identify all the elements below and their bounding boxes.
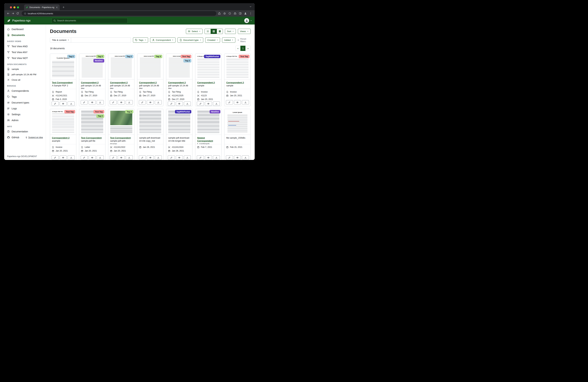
- edit-document-button[interactable]: [139, 100, 146, 104]
- sidebar-item-open-doc-sample[interactable]: sample: [4, 66, 46, 72]
- browser-profile-button[interactable]: [244, 12, 247, 15]
- tag-badge[interactable]: Test Tag: [93, 110, 104, 113]
- back-button[interactable]: [6, 11, 11, 16]
- download-document-button[interactable]: [213, 101, 220, 106]
- pagination-page-1[interactable]: 1: [240, 46, 246, 51]
- preview-document-button[interactable]: [234, 100, 241, 104]
- document-thumbnail[interactable]: A Simple PDF FileTest Tag: [224, 54, 251, 80]
- select-button[interactable]: Select: [186, 29, 203, 34]
- download-document-button[interactable]: [68, 155, 75, 160]
- window-zoom-button[interactable]: [17, 6, 19, 8]
- edit-document-button[interactable]: [81, 155, 88, 160]
- correspondent-link[interactable]: Correspondent 2: [52, 137, 69, 139]
- close-all-button[interactable]: Close all: [4, 77, 46, 82]
- sidebar-item-github[interactable]: GitHub Suggest an idea: [4, 134, 46, 140]
- sidebar-item-admin[interactable]: Admin: [4, 117, 46, 123]
- preview-document-button[interactable]: [60, 101, 67, 106]
- document-thumbnail[interactable]: Adobe Acrobat PDF FilesTag 2: [108, 54, 134, 80]
- tag-badge[interactable]: Tag 2: [125, 55, 133, 58]
- tag-badge[interactable]: Tag 2: [67, 55, 75, 58]
- document-thumbnail[interactable]: Lorem ipsum: [224, 109, 251, 135]
- pagination-prev[interactable]: «: [235, 46, 241, 51]
- window-minimize-button[interactable]: [13, 6, 16, 8]
- preview-document-button[interactable]: [89, 155, 96, 160]
- reload-button[interactable]: [15, 11, 20, 16]
- sidebar-item-documentation[interactable]: Documentation: [4, 128, 46, 134]
- views-button[interactable]: Views: [238, 29, 251, 34]
- document-thumbnail[interactable]: [137, 109, 163, 135]
- tab-search-button[interactable]: [250, 5, 252, 8]
- correspondent-link[interactable]: Test Correspondent: [110, 137, 131, 139]
- correspondent-link[interactable]: Correspondent 2: [139, 81, 157, 84]
- bookmark-star-button[interactable]: [223, 12, 226, 15]
- correspondent-link[interactable]: Correspondent 2: [197, 81, 215, 84]
- download-document-button[interactable]: [213, 155, 220, 160]
- table-view-button[interactable]: [217, 29, 223, 34]
- edit-document-button[interactable]: [168, 101, 175, 106]
- edit-document-button[interactable]: [110, 100, 117, 104]
- window-close-button[interactable]: [10, 6, 12, 8]
- download-document-button[interactable]: [68, 101, 75, 106]
- preview-document-button[interactable]: [118, 100, 125, 104]
- sidebar-item-test-view-and[interactable]: Test View AND: [4, 43, 46, 49]
- download-document-button[interactable]: [155, 100, 162, 104]
- grid-view-button[interactable]: [211, 29, 217, 34]
- edit-document-button[interactable]: [226, 155, 233, 160]
- created-filter-button[interactable]: Created: [205, 38, 220, 43]
- tag-badge[interactable]: Tag 2: [183, 59, 191, 62]
- url-bar[interactable]: localhost:4200/documents: [22, 11, 216, 16]
- download-document-button[interactable]: [97, 100, 104, 104]
- download-document-button[interactable]: [184, 101, 191, 106]
- download-document-button[interactable]: [97, 155, 104, 160]
- sidebar-item-document-types[interactable]: Document types: [4, 100, 46, 105]
- sort-button[interactable]: Sort: [225, 29, 236, 34]
- preview-document-button[interactable]: [205, 155, 212, 160]
- document-thumbnail[interactable]: A Simple PDF FileTagWithPartial: [195, 54, 221, 80]
- tag-badge[interactable]: Tag 3: [96, 55, 104, 58]
- tag-badge[interactable]: NewOne: [93, 59, 104, 62]
- tag-badge[interactable]: Tag 3: [154, 55, 162, 58]
- tag-badge[interactable]: Tag 3: [96, 114, 104, 118]
- download-document-button[interactable]: [184, 155, 191, 160]
- document-thumbnail[interactable]: A Simple PDF FileTest Tag: [50, 109, 76, 135]
- document-thumbnail[interactable]: NewOne: [195, 109, 221, 135]
- user-menu[interactable]: [244, 18, 252, 23]
- edit-document-button[interactable]: [197, 101, 204, 106]
- reset-filters-button[interactable]: Reset filters: [237, 38, 251, 43]
- sidebar-item-documents[interactable]: Documents: [4, 32, 46, 38]
- correspondent-filter-button[interactable]: Correspondent: [150, 38, 175, 43]
- download-document-button[interactable]: [242, 100, 249, 104]
- sidebar-item-tags[interactable]: Tags: [4, 94, 46, 100]
- edit-document-button[interactable]: [110, 155, 117, 160]
- document-thumbnail[interactable]: Adobe Acrobat PDF FilesTag 3: [137, 54, 163, 80]
- download-document-button[interactable]: [242, 155, 249, 160]
- correspondent-link[interactable]: Test Correspondent: [52, 81, 73, 84]
- side-panel-button[interactable]: [239, 12, 242, 15]
- new-tab-button[interactable]: [61, 5, 66, 9]
- preview-document-button[interactable]: [60, 155, 67, 160]
- sidebar-item-test-view-any[interactable]: Test View ANY: [4, 49, 46, 55]
- document-thumbnail[interactable]: Tag 3: [108, 109, 134, 135]
- tag-badge[interactable]: TagWithPartial: [175, 110, 191, 113]
- document-thumbnail[interactable]: Adobe Acrobat PDF FilesTest TagTag 2: [166, 54, 192, 80]
- title-content-filter-input[interactable]: [71, 38, 131, 43]
- sidebar-item-logs[interactable]: Logs: [4, 105, 46, 111]
- correspondent-link[interactable]: Correspondent 2: [168, 81, 186, 84]
- document-thumbnail[interactable]: Test TagTag 3: [79, 109, 105, 135]
- edit-document-button[interactable]: [226, 100, 233, 104]
- document-thumbnail[interactable]: TagWithPartial: [166, 109, 192, 135]
- sidebar-item-correspondents[interactable]: Correspondents: [4, 88, 46, 94]
- extension-button[interactable]: [229, 12, 231, 15]
- tag-badge[interactable]: Test Tag: [239, 55, 250, 58]
- download-document-button[interactable]: [126, 155, 133, 160]
- edit-document-button[interactable]: [197, 155, 204, 160]
- extensions-puzzle-button[interactable]: [234, 12, 236, 15]
- sidebar-item-dashboard[interactable]: Dashboard: [4, 26, 46, 32]
- tag-badge[interactable]: TagWithPartial: [204, 55, 221, 58]
- correspondent-link[interactable]: Correspondent 2: [110, 81, 127, 84]
- document-thumbnail[interactable]: Adobe Acrobat PDF FilesTag 3NewOne: [79, 54, 105, 80]
- download-document-button[interactable]: [155, 155, 162, 160]
- document-thumbnail[interactable]: Lorem IpsumTag 2: [50, 54, 76, 80]
- share-button[interactable]: [218, 12, 221, 15]
- edit-document-button[interactable]: [81, 100, 88, 104]
